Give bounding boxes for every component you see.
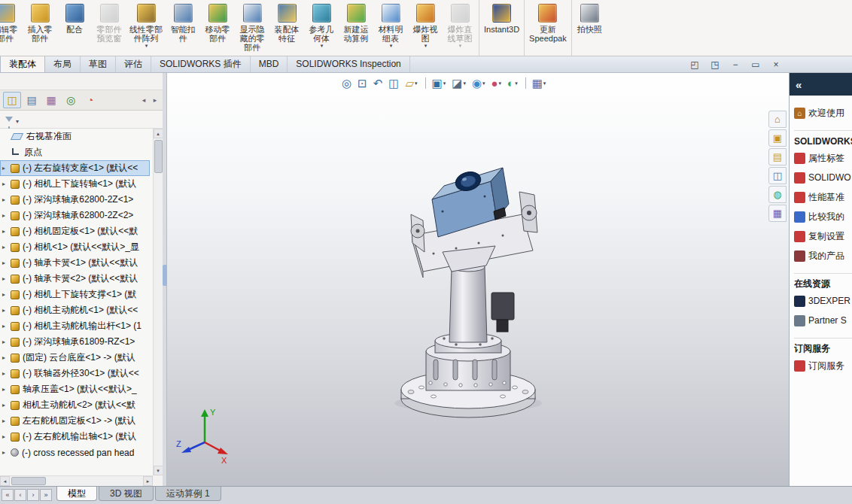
smart-fasteners-button[interactable]: 智能扣 件 [166,0,200,56]
horizontal-scrollbar-thumb[interactable] [11,477,46,485]
mate-button[interactable]: 配合 [57,0,92,56]
exploded-view-button[interactable]: 爆炸视 图 [408,0,443,56]
linear-pattern-button[interactable]: 线性零部 件阵列 [126,0,166,56]
expand-arrow-icon[interactable] [2,370,11,377]
appearances-scenes-tab[interactable]: ◍ [768,186,787,203]
model-tab[interactable]: 模型 [56,487,97,501]
tree-item[interactable]: 原点 [0,144,150,160]
zoom-fit-icon[interactable]: ◎ [342,77,351,89]
tree-item[interactable]: (-) 深沟球轴承62800-2Z<2> [0,208,150,223]
tree-item[interactable]: (-) 相机主动舵机<1> (默认<< [0,302,150,318]
annotation-view-icon[interactable]: ▱ [405,77,417,89]
tree-item[interactable]: (-) 相机主动舵机输出杆<1> (1 [0,318,150,334]
tab-assembly[interactable]: 装配体 [0,56,45,72]
task-pane-item-benchmark[interactable]: 性能基准 [794,187,852,207]
tree-item[interactable]: (-) 深沟球轴承61809-RZ<1> [0,334,150,350]
hide-show-items-icon[interactable]: ◉ [472,77,485,89]
custom-properties-tab[interactable]: ▦ [768,205,787,222]
expand-arrow-icon[interactable] [2,433,11,440]
tree-item[interactable]: (-) 相机<1> (默认<<默认>_显 [0,239,150,255]
restore-icon[interactable]: ▭ [749,59,762,70]
display-style-icon[interactable]: ◪ [452,77,466,89]
task-pane-item-solidworks[interactable]: SOLIDWO [794,168,852,187]
tab-mbd[interactable]: MBD [251,56,288,72]
apply-scene-icon[interactable]: ◐ [507,77,518,89]
minimize-icon[interactable]: − [729,59,742,70]
3d-views-tab[interactable]: 3D 视图 [99,487,154,501]
design-library-tab[interactable]: ▣ [768,129,787,147]
task-pane-item-3dexperience[interactable]: 3DEXPER [794,291,852,311]
tree-item[interactable]: (-) 轴承卡簧<1> (默认<<默认 [0,255,150,271]
filter-dropdown-icon[interactable] [16,113,19,126]
tree-item[interactable]: (-) 左右旋转支座<1> (默认<< [0,160,150,176]
tree-horizontal-scrollbar[interactable] [0,475,153,486]
file-explorer-tab[interactable]: ▤ [768,148,787,165]
expand-arrow-icon[interactable] [2,386,11,393]
task-pane-item-partner[interactable]: Partner S [794,311,852,330]
motion-study-button[interactable]: 新建运 动算例 [339,0,373,56]
snapshot-button[interactable]: 拍快照 [571,0,606,56]
section-header-online[interactable]: 在线资源 [794,273,852,291]
task-pane-item-compare[interactable]: 比较我的 [794,207,852,226]
tree-item[interactable]: 相机主动舵机<2> (默认<<默 [0,397,150,413]
section-view-icon[interactable]: ◫ [388,77,399,89]
home-tab[interactable]: ⌂ [768,111,787,128]
section-header-subscription[interactable]: 订阅服务 [794,338,852,356]
task-pane-item-my-products[interactable]: 我的产品 [794,246,852,266]
scroll-down-icon[interactable] [154,466,163,475]
explode-sketch-button[interactable]: 爆炸直 线草图 [443,0,477,56]
motion-study-tab[interactable]: 运动算例 1 [155,487,221,501]
expand-arrow-icon[interactable] [2,354,11,361]
tree-vertical-scrollbar[interactable] [153,129,163,475]
tree-item[interactable]: (-) 相机上下旋转轴<1> (默认 [0,176,150,192]
zoom-area-icon[interactable]: ⊡ [358,77,367,89]
configurationmanager-tab[interactable]: ▦ [42,92,60,108]
scroll-left-icon[interactable] [0,476,10,486]
expand-arrow-icon[interactable] [2,307,11,314]
instant3d-button[interactable]: Instant3D [479,0,522,56]
section-header-solidworks[interactable]: SOLIDWORKS [794,130,852,148]
propertymanager-tab[interactable]: ▤ [23,92,41,108]
previous-view-icon[interactable]: ↶ [373,77,383,89]
filter-funnel-icon[interactable] [5,117,13,122]
expand-arrow-icon[interactable] [2,339,11,345]
task-pane-item-subscription[interactable]: 订阅服务 [794,356,852,375]
tree-item[interactable]: 轴承压盖<1> (默认<<默认>_ [0,381,150,397]
close-icon[interactable]: × [769,59,783,70]
reference-geometry-button[interactable]: 参考几 何体 [304,0,339,56]
welcome-link[interactable]: ⌂ 欢迎使用 [794,103,852,123]
tree-item[interactable]: (-) 相机上下旋转支撑<1> (默 [0,287,150,302]
scroll-up-icon[interactable] [154,129,163,138]
graphics-area[interactable]: ◎ ⊡ ↶ ◫ [167,73,789,486]
task-pane-item-property-tab[interactable]: 属性标签 [794,148,852,168]
fm-scroll-left-icon[interactable]: ◂ [139,94,148,106]
tab-sketch[interactable]: 草图 [81,56,116,72]
expand-arrow-icon[interactable] [2,181,11,187]
move-component-button[interactable]: 移动零 部件 [200,0,235,56]
tab-evaluate[interactable]: 评估 [116,56,151,72]
tree-item[interactable]: (-) 联轴器外径30<1> (默认<< [0,366,150,381]
scroll-prev-icon[interactable]: ‹ [14,489,26,501]
view-settings-icon[interactable]: ▦ [525,77,546,89]
edit-component-button[interactable]: 编辑零 部件 [0,0,23,56]
tree-item[interactable]: (-) 轴承卡簧<2> (默认<<默认 [0,271,150,287]
expand-arrow-icon[interactable] [2,260,11,266]
task-pane-item-copy-settings[interactable]: 复制设置 [794,226,852,246]
scroll-last-icon[interactable]: » [40,489,52,501]
dimxpertmanager-tab[interactable]: ◎ [62,92,80,108]
tree-item[interactable]: (-) cross recessed pan head [0,445,150,460]
scroll-next-icon[interactable]: › [27,489,39,501]
tab-inspection[interactable]: SOLIDWORKS Inspection [288,56,409,72]
collapse-chevron-icon[interactable]: « [796,78,802,91]
expand-arrow-icon[interactable] [2,323,11,329]
tree-item[interactable]: (-) 左右舵机输出轴<1> (默认 [0,429,150,445]
tree-item[interactable]: 左右舵机固定板<1> -> (默认 [0,413,150,429]
view-orientation-icon[interactable]: ▣ [425,77,446,89]
expand-arrow-icon[interactable] [2,402,11,408]
tree-item[interactable]: 右视基准面 [0,129,150,144]
vertical-scrollbar-thumb[interactable] [154,140,163,173]
model-3d[interactable] [343,103,614,486]
expand-arrow-icon[interactable] [2,212,11,219]
expand-arrow-icon[interactable] [2,449,11,456]
expand-arrow-icon[interactable] [2,417,11,424]
